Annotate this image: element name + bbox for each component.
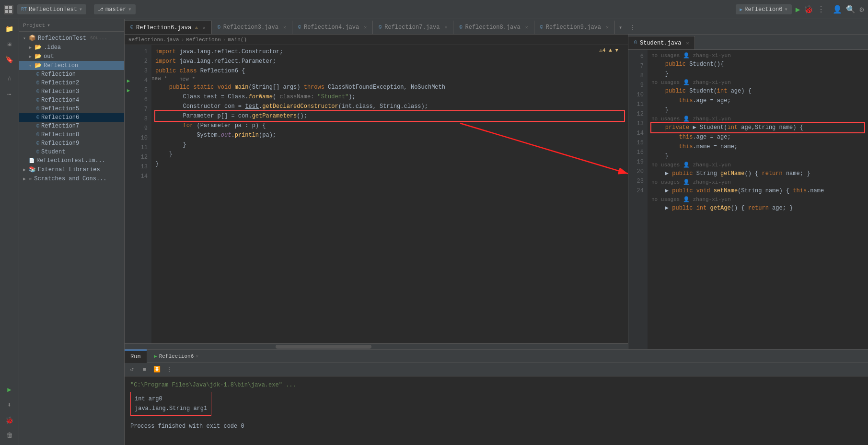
line-numbers: 1 2 3 4 5 6 7 8 9 10 11 12 13 14 xyxy=(132,45,151,343)
tab-label: Reflection7.java xyxy=(384,24,440,31)
hint-no-usages-1: no usages 👤 zhang-xi-yun xyxy=(651,52,864,59)
rerun-button[interactable]: ↺ xyxy=(127,364,137,375)
code-line-7: Constructor con = test.getDeclaredConstr… xyxy=(155,102,624,111)
breadcrumb: Reflection6.java › Reflection6 › main() xyxy=(125,35,628,45)
editor-right-content[interactable]: 6 7 8 9 10 11 12 13 14 15 16 19 20 23 xyxy=(628,50,868,349)
scroll-end-button[interactable]: ⏬ xyxy=(151,364,162,375)
sidebar-item-label: Reflection9 xyxy=(41,140,79,147)
tab-close-reflection7[interactable]: ✕ xyxy=(444,24,447,30)
tab-close-reflection9[interactable]: ✕ xyxy=(606,24,609,30)
tab-reflection3[interactable]: © Reflection3.java ✕ xyxy=(212,21,292,34)
sidebar-item-label: Reflection xyxy=(44,62,78,69)
project-tool-icon[interactable]: 📁 xyxy=(4,23,15,35)
account-icon[interactable]: 👤 xyxy=(833,5,842,14)
console-output-line-1: int arg0 xyxy=(135,394,207,404)
bottom-panel: Run ▶ Reflection6 ✕ ↺ ■ ⏬ ⋮ "C:\Program … xyxy=(125,349,868,445)
sidebar: Project ▾ ▾ 📦 ReflectionTest sou... ▶ 📂 … xyxy=(19,19,125,445)
sidebar-item-reflection5[interactable]: © Reflection5 xyxy=(19,105,124,113)
right-line-numbers: 6 7 8 9 10 11 12 13 14 15 16 19 20 23 xyxy=(628,50,648,349)
tab-close-reflection3[interactable]: ✕ xyxy=(283,24,286,30)
tab-label: Reflection8.java xyxy=(465,24,521,31)
sidebar-item-root[interactable]: ▾ 📦 ReflectionTest sou... xyxy=(19,34,124,43)
right-code-line-8: } xyxy=(651,69,864,79)
sidebar-item-reflection-folder[interactable]: ▾ 📂 Reflection xyxy=(19,61,124,70)
run-tool-icon[interactable]: ▶ xyxy=(4,384,15,395)
run-tag-label: Reflection6 xyxy=(159,353,194,359)
more-actions-button[interactable]: ⋮ xyxy=(164,364,174,375)
bottom-toolbar: ↺ ■ ⏬ ⋮ xyxy=(125,363,868,376)
gutter-line-4: ▶ xyxy=(125,76,132,85)
debug-tool-icon[interactable]: 🐞 xyxy=(4,414,15,426)
sidebar-item-reflection1[interactable]: © Reflection xyxy=(19,70,124,79)
sidebar-item-label: External Libraries xyxy=(38,166,100,173)
terminal-icon[interactable]: ⬇ xyxy=(4,399,15,410)
tab-reflection4[interactable]: © Reflection4.java ✕ xyxy=(292,21,373,34)
sidebar-item-scratches[interactable]: ▶ ✏ Scratches and Cons... xyxy=(19,174,124,183)
gutter-line-5: ▶ xyxy=(125,85,132,95)
tab-label: Reflection3.java xyxy=(223,24,278,31)
sidebar-item-student[interactable]: © Student xyxy=(19,148,124,156)
code-line-10: System.out.println(pa); xyxy=(155,130,624,140)
tab-reflection6[interactable]: © Reflection6.java ⚠ ✕ xyxy=(125,21,212,34)
right-code-line-14: this.name = name; xyxy=(651,142,864,152)
sidebar-item-label: .idea xyxy=(44,44,61,51)
tab-reflection9[interactable]: © Reflection9.java ✕ xyxy=(534,21,615,34)
sidebar-item-reflectiontest-im[interactable]: 📄 ReflectionTest.im... xyxy=(19,156,124,165)
gutter-line-3 xyxy=(125,66,132,76)
sidebar-item-idea[interactable]: ▶ 📂 .idea xyxy=(19,43,124,52)
structure-icon[interactable]: ⊞ xyxy=(4,38,15,50)
console-output: "C:\Program Files\Java\jdk-1.8\bin\java.… xyxy=(125,376,868,445)
stop-button[interactable]: ■ xyxy=(139,364,150,375)
sidebar-item-reflection4[interactable]: © Reflection4 xyxy=(19,96,124,105)
sidebar-item-label: out xyxy=(44,53,54,60)
bookmarks-icon[interactable]: 🔖 xyxy=(4,54,15,65)
run-tag[interactable]: ▶ Reflection6 ✕ xyxy=(150,352,203,360)
run-button[interactable]: ▶ xyxy=(796,5,800,14)
tab-close-reflection6[interactable]: ✕ xyxy=(203,25,206,31)
svg-rect-0 xyxy=(5,6,8,9)
editor-left-content[interactable]: ▶ ▶ 1 2 3 4 5 6 7 xyxy=(125,45,628,343)
sidebar-item-reflection3[interactable]: © Reflection3 xyxy=(19,87,124,96)
sidebar-item-external-libs[interactable]: ▶ 📚 External Libraries xyxy=(19,165,124,174)
sidebar-header: Project ▾ xyxy=(19,19,124,32)
debug-button[interactable]: 🐞 xyxy=(804,5,813,14)
project-selector[interactable]: RT ReflectionTest ▾ xyxy=(17,4,86,14)
sidebar-item-label: Reflection xyxy=(41,71,76,78)
code-editor-left[interactable]: ⚠4 ▲ ▼ new * import java.lang.reflect.Co… xyxy=(151,45,628,343)
trash-icon[interactable]: 🗑 xyxy=(4,430,15,441)
more-options-button[interactable]: ⋮ xyxy=(817,5,825,14)
tab-reflection8[interactable]: © Reflection8.java ✕ xyxy=(453,21,534,34)
sidebar-item-reflection8[interactable]: © Reflection8 xyxy=(19,130,124,139)
app-icon xyxy=(4,5,13,14)
tab-close-reflection8[interactable]: ✕ xyxy=(525,24,528,30)
tab-reflection7[interactable]: © Reflection7.java ✕ xyxy=(373,21,453,34)
run-config-selector[interactable]: ▶ Reflection6 ▾ xyxy=(736,4,791,14)
console-line-1: "C:\Program Files\Java\jdk-1.8\bin\java.… xyxy=(130,380,862,390)
gutter-line-10 xyxy=(125,133,132,143)
sidebar-item-reflection9[interactable]: © Reflection9 xyxy=(19,139,124,148)
tab-overflow-button[interactable]: ▾ xyxy=(615,21,626,34)
horizontal-scrollbar[interactable] xyxy=(125,343,628,349)
settings-icon[interactable]: ⚙ xyxy=(859,5,864,14)
tab-student[interactable]: © Student.java ✕ xyxy=(628,36,695,49)
search-icon[interactable]: 🔍 xyxy=(846,5,856,14)
sidebar-item-label: Reflection7 xyxy=(41,123,79,129)
right-code-line-13: this.age = age; xyxy=(651,132,864,142)
more-tools-icon[interactable]: ⋯ xyxy=(4,88,15,100)
code-line-11: } xyxy=(155,140,624,150)
branch-selector[interactable]: ⎇ master ▾ xyxy=(94,4,135,14)
sidebar-item-reflection7[interactable]: © Reflection7 xyxy=(19,122,124,130)
sidebar-item-reflection6[interactable]: © Reflection6 xyxy=(19,113,124,122)
vcs-icon[interactable]: ⑃ xyxy=(4,73,15,84)
bottom-tab-run[interactable]: Run xyxy=(125,350,147,363)
code-line-4: public class Reflection6 { xyxy=(155,66,624,76)
sidebar-item-reflection2[interactable]: © Reflection2 xyxy=(19,79,124,87)
run-config-name: Reflection6 xyxy=(744,6,782,13)
tab-settings-button[interactable]: ⋮ xyxy=(626,21,639,34)
tab-close-student[interactable]: ✕ xyxy=(686,40,689,46)
tab-close-reflection4[interactable]: ✕ xyxy=(364,24,367,30)
run-tag-close[interactable]: ✕ xyxy=(196,353,198,359)
left-toolbar: 📁 ⊞ 🔖 ⑃ ⋯ ▶ ⬇ 🐞 🗑 xyxy=(0,19,19,445)
sidebar-item-out[interactable]: ▶ 📂 out xyxy=(19,52,124,61)
code-editor-right[interactable]: no usages 👤 zhang-xi-yun public Student(… xyxy=(648,50,868,349)
